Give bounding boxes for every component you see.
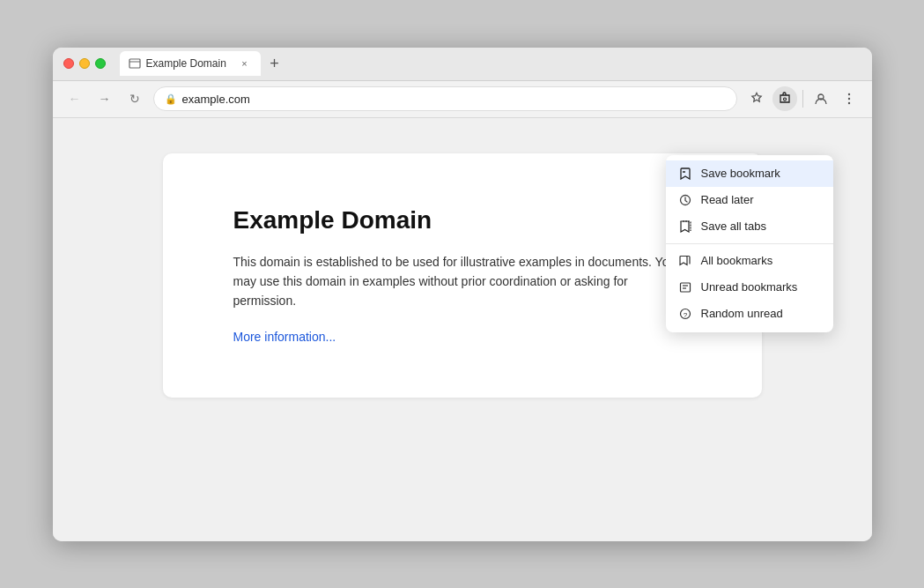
back-button[interactable]: ← bbox=[63, 87, 86, 110]
svg-point-6 bbox=[847, 102, 849, 104]
page-heading: Example Domain bbox=[233, 206, 691, 234]
extension-button[interactable] bbox=[772, 86, 797, 111]
menu-label-all-bookmarks: All bookmarks bbox=[701, 254, 773, 267]
svg-rect-0 bbox=[129, 59, 140, 68]
tab-bar: Example Domain × + bbox=[120, 51, 861, 76]
active-tab[interactable]: Example Domain × bbox=[120, 51, 261, 76]
menu-label-read-later: Read later bbox=[701, 193, 754, 206]
toolbar-right bbox=[744, 86, 861, 111]
svg-rect-9 bbox=[680, 283, 690, 292]
forward-button[interactable]: → bbox=[93, 87, 116, 110]
menu-item-unread-bookmarks[interactable]: Unread bookmarks bbox=[666, 274, 833, 301]
random-unread-icon: ? bbox=[678, 307, 692, 321]
menu-button[interactable] bbox=[837, 86, 861, 111]
bookmark-star-button[interactable] bbox=[744, 86, 769, 111]
close-button[interactable] bbox=[63, 58, 74, 69]
more-info-link[interactable]: More information... bbox=[233, 330, 336, 344]
new-tab-button[interactable]: + bbox=[264, 53, 285, 74]
page-body: This domain is established to be used fo… bbox=[233, 252, 691, 311]
menu-label-unread-bookmarks: Unread bookmarks bbox=[701, 280, 798, 294]
menu-label-save-all-tabs: Save all tabs bbox=[701, 220, 766, 233]
tab-favicon-icon bbox=[129, 57, 141, 70]
menu-item-save-all-tabs[interactable]: Save all tabs bbox=[666, 213, 833, 240]
title-bar: Example Domain × + bbox=[53, 48, 872, 81]
toolbar-separator bbox=[802, 90, 803, 108]
maximize-button[interactable] bbox=[95, 58, 106, 69]
menu-label-random-unread: Random unread bbox=[701, 307, 783, 320]
menu-item-save-bookmark[interactable]: Save bookmark bbox=[666, 160, 833, 187]
save-bookmark-icon bbox=[678, 167, 692, 181]
unread-bookmarks-icon bbox=[678, 280, 692, 294]
profile-button[interactable] bbox=[809, 86, 833, 111]
menu-separator bbox=[666, 243, 833, 244]
reload-button[interactable]: ↻ bbox=[123, 87, 146, 110]
svg-point-2 bbox=[783, 98, 786, 100]
url-text: example.com bbox=[182, 93, 250, 106]
menu-item-random-unread[interactable]: ? Random unread bbox=[666, 301, 833, 327]
minimize-button[interactable] bbox=[79, 58, 90, 69]
svg-point-5 bbox=[847, 98, 849, 100]
save-all-tabs-icon bbox=[678, 220, 692, 234]
traffic-lights bbox=[63, 58, 106, 69]
menu-item-read-later[interactable]: Read later bbox=[666, 187, 833, 213]
tab-title: Example Domain bbox=[146, 57, 233, 70]
address-bar: ← → ↻ 🔒 example.com bbox=[53, 81, 872, 118]
all-bookmarks-icon bbox=[678, 254, 692, 268]
svg-text:?: ? bbox=[683, 310, 687, 318]
read-later-icon bbox=[678, 193, 692, 207]
tab-close-button[interactable]: × bbox=[238, 56, 252, 71]
menu-item-all-bookmarks[interactable]: All bookmarks bbox=[666, 248, 833, 274]
page-content: Example Domain This domain is establishe… bbox=[53, 118, 872, 541]
dropdown-menu: Save bookmark Read later bbox=[666, 155, 833, 332]
url-bar[interactable]: 🔒 example.com bbox=[153, 86, 737, 111]
svg-point-4 bbox=[847, 93, 849, 95]
lock-icon: 🔒 bbox=[165, 93, 177, 105]
menu-label-save-bookmark: Save bookmark bbox=[701, 167, 780, 180]
browser-window: Example Domain × + ← → ↻ 🔒 example.com bbox=[53, 48, 872, 541]
